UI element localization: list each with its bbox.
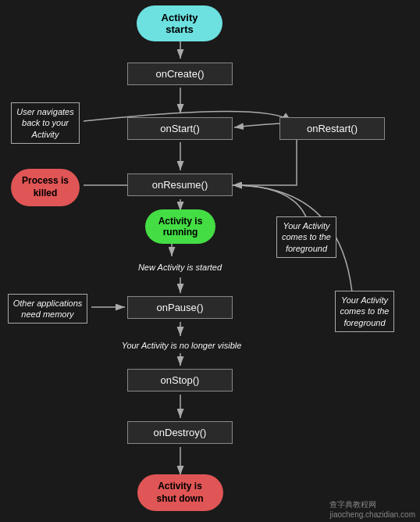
activity-foreground-1-label: Your Activitycomes to theforeground	[276, 216, 336, 258]
user-navigates-back-node: User navigatesback to yourActivity	[6, 102, 84, 145]
activity-foreground-1-node: Your Activitycomes to theforeground	[262, 216, 351, 259]
watermark: 查字典教程网jiaocheng.chazidian.com	[329, 499, 415, 519]
new-activity-started-node: New Activity is started	[116, 256, 244, 278]
activity-running-label: Activity isrunning	[145, 209, 215, 244]
on-stop-node: onStop()	[127, 366, 233, 394]
other-apps-memory-node: Other applicationsneed memory	[2, 289, 94, 328]
on-create-label: onCreate()	[127, 63, 233, 85]
user-navigates-back-label: User navigatesback to yourActivity	[11, 102, 79, 144]
activity-foreground-2-label: Your Activitycomes to theforeground	[335, 291, 395, 332]
activity-running-node: Activity isrunning	[143, 211, 218, 242]
on-start-node: onStart()	[127, 114, 233, 142]
on-pause-node: onPause()	[127, 293, 233, 321]
activity-shutdown-node: Activity isshut down	[135, 475, 225, 510]
diagram: Activity starts onCreate() User navigate…	[0, 0, 420, 522]
process-killed-node: Process iskilled	[6, 172, 84, 203]
on-restart-node: onRestart()	[279, 114, 385, 142]
on-stop-label: onStop()	[127, 369, 233, 392]
on-restart-label: onRestart()	[279, 117, 385, 140]
on-start-label: onStart()	[127, 117, 233, 140]
on-resume-label: onResume()	[127, 173, 233, 196]
activity-shutdown-label: Activity isshut down	[137, 474, 223, 511]
activity-starts-label: Activity starts	[137, 5, 222, 41]
on-create-node: onCreate()	[127, 59, 233, 88]
activity-starts-node: Activity starts	[133, 8, 226, 39]
activity-foreground-2-node: Your Activitycomes to theforeground	[319, 286, 411, 337]
other-apps-memory-label: Other applicationsneed memory	[8, 294, 88, 324]
on-resume-node: onResume()	[127, 170, 233, 198]
on-destroy-node: onDestroy()	[127, 418, 233, 446]
no-longer-visible-node: Your Activity is no longer visible	[101, 336, 262, 355]
on-destroy-label: onDestroy()	[127, 421, 233, 444]
no-longer-visible-label: Your Activity is no longer visible	[122, 340, 242, 351]
new-activity-started-label: New Activity is started	[138, 262, 222, 273]
process-killed-label: Process iskilled	[11, 169, 80, 206]
on-pause-label: onPause()	[127, 296, 233, 319]
